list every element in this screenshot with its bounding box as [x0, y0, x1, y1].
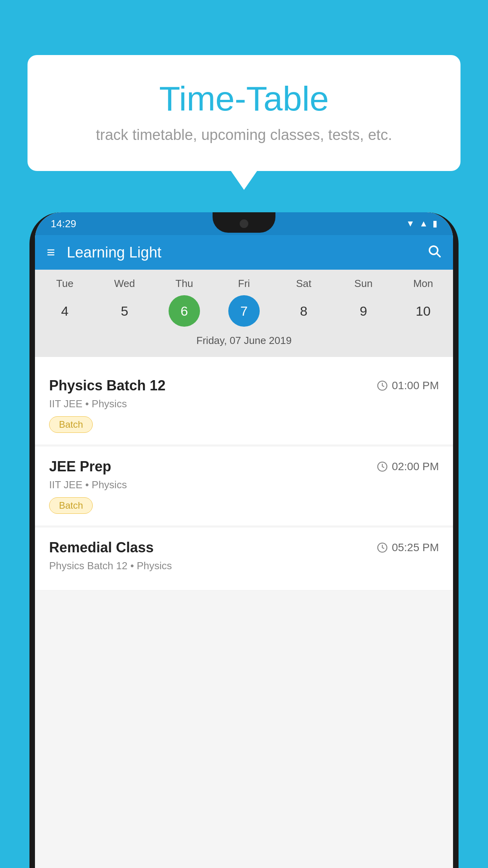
schedule-item-1-title: JEE Prep — [49, 458, 111, 475]
day-header-fri: Fri — [220, 278, 268, 290]
phone-frame: 14:29 ▼ ▲ ▮ ≡ Learning Light Tue Wed — [29, 212, 459, 868]
day-number-6-today[interactable]: 6 — [169, 295, 200, 327]
clock-icon-1 — [377, 461, 388, 472]
app-header: ≡ Learning Light — [35, 235, 453, 270]
schedule-list: Physics Batch 12 01:00 PM IIT JEE • Phys… — [35, 366, 453, 868]
notch-camera — [240, 219, 248, 228]
day-header-tue: Tue — [41, 278, 88, 290]
calendar-strip: Tue Wed Thu Fri Sat Sun Mon 4 5 6 7 8 9 … — [35, 270, 453, 357]
svg-line-1 — [437, 253, 440, 256]
schedule-item-1-header: JEE Prep 02:00 PM — [49, 458, 439, 475]
schedule-item-2-title: Remedial Class — [49, 539, 154, 556]
day-header-thu: Thu — [161, 278, 208, 290]
schedule-item-0-time: 01:00 PM — [377, 379, 439, 392]
speech-bubble: Time-Table track timetable, upcoming cla… — [28, 55, 460, 171]
bubble-title: Time-Table — [59, 79, 429, 119]
phone-screen: 14:29 ▼ ▲ ▮ ≡ Learning Light Tue Wed — [35, 212, 453, 868]
phone-notch — [213, 212, 275, 233]
clock-icon-2 — [377, 542, 388, 553]
schedule-item-0-header: Physics Batch 12 01:00 PM — [49, 377, 439, 394]
schedule-item-2[interactable]: Remedial Class 05:25 PM Physics Batch 12… — [35, 528, 453, 590]
signal-icon: ▲ — [419, 219, 428, 229]
day-header-mon: Mon — [400, 278, 447, 290]
day-number-10[interactable]: 10 — [407, 295, 439, 327]
bubble-subtitle: track timetable, upcoming classes, tests… — [59, 127, 429, 143]
schedule-item-1-subtitle: IIT JEE • Physics — [49, 479, 439, 491]
wifi-icon: ▼ — [406, 219, 415, 229]
day-header-sat: Sat — [280, 278, 327, 290]
status-icons: ▼ ▲ ▮ — [406, 219, 437, 229]
day-header-sun: Sun — [340, 278, 387, 290]
day-number-7-selected[interactable]: 7 — [228, 295, 260, 327]
battery-icon: ▮ — [433, 219, 437, 229]
schedule-item-0-badge: Batch — [49, 416, 93, 433]
schedule-item-0-subtitle: IIT JEE • Physics — [49, 398, 439, 410]
day-headers: Tue Wed Thu Fri Sat Sun Mon — [35, 278, 453, 290]
schedule-item-1[interactable]: JEE Prep 02:00 PM IIT JEE • Physics Batc… — [35, 447, 453, 526]
day-number-9[interactable]: 9 — [348, 295, 379, 327]
day-number-5[interactable]: 5 — [109, 295, 140, 327]
day-number-8[interactable]: 8 — [288, 295, 319, 327]
schedule-item-1-badge: Batch — [49, 497, 93, 514]
day-header-wed: Wed — [101, 278, 148, 290]
app-title: Learning Light — [67, 244, 427, 261]
day-number-4[interactable]: 4 — [49, 295, 81, 327]
menu-icon[interactable]: ≡ — [47, 244, 55, 261]
clock-icon-0 — [377, 380, 388, 391]
schedule-item-2-header: Remedial Class 05:25 PM — [49, 539, 439, 556]
day-numbers: 4 5 6 7 8 9 10 — [35, 295, 453, 327]
selected-date-label: Friday, 07 June 2019 — [35, 331, 453, 353]
status-time: 14:29 — [51, 218, 76, 230]
schedule-item-0[interactable]: Physics Batch 12 01:00 PM IIT JEE • Phys… — [35, 366, 453, 445]
schedule-item-2-time: 05:25 PM — [377, 541, 439, 554]
schedule-item-0-title: Physics Batch 12 — [49, 377, 165, 394]
speech-bubble-container: Time-Table track timetable, upcoming cla… — [28, 55, 460, 171]
search-icon[interactable] — [427, 244, 441, 261]
schedule-item-2-subtitle: Physics Batch 12 • Physics — [49, 560, 439, 572]
schedule-item-1-time: 02:00 PM — [377, 460, 439, 473]
